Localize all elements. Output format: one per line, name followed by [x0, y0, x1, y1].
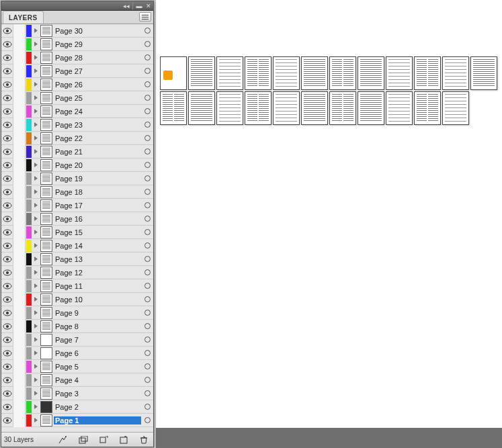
- eye-icon[interactable]: [1, 199, 13, 212]
- layer-name[interactable]: Page 12: [54, 269, 141, 277]
- target-icon[interactable]: [141, 293, 153, 306]
- layer-thumbnail[interactable]: [40, 92, 52, 104]
- canvas-area[interactable]: [156, 0, 502, 428]
- layer-row[interactable]: Page 4: [1, 373, 153, 387]
- lock-cell[interactable]: [13, 347, 26, 360]
- lock-cell[interactable]: [13, 118, 26, 132]
- delete-layer-icon[interactable]: [137, 435, 151, 445]
- disclosure-triangle-icon[interactable]: [32, 373, 39, 387]
- eye-icon[interactable]: [1, 145, 13, 159]
- eye-icon[interactable]: [1, 333, 13, 347]
- layer-thumbnail[interactable]: [40, 186, 52, 198]
- layer-name[interactable]: Page 9: [54, 309, 141, 317]
- eye-icon[interactable]: [1, 212, 13, 226]
- eye-icon[interactable]: [1, 24, 13, 38]
- locate-object-icon[interactable]: [56, 435, 70, 445]
- eye-icon[interactable]: [1, 38, 13, 51]
- layer-name[interactable]: Page 20: [54, 161, 141, 169]
- disclosure-triangle-icon[interactable]: [32, 212, 39, 226]
- layer-name[interactable]: Page 10: [54, 296, 141, 304]
- layer-thumbnail[interactable]: [40, 401, 52, 413]
- layer-row[interactable]: Page 20: [1, 159, 153, 172]
- layer-row[interactable]: Page 29: [1, 38, 153, 51]
- layer-row[interactable]: Page 28: [1, 51, 153, 64]
- target-icon[interactable]: [141, 266, 153, 279]
- disclosure-triangle-icon[interactable]: [32, 400, 39, 414]
- target-icon[interactable]: [141, 306, 153, 320]
- target-icon[interactable]: [141, 105, 153, 118]
- target-icon[interactable]: [141, 118, 153, 132]
- lock-cell[interactable]: [13, 159, 26, 172]
- disclosure-triangle-icon[interactable]: [32, 306, 39, 320]
- eye-icon[interactable]: [1, 172, 13, 185]
- lock-cell[interactable]: [13, 64, 26, 78]
- layer-row[interactable]: Page 1: [1, 414, 153, 427]
- target-icon[interactable]: [141, 212, 153, 226]
- disclosure-triangle-icon[interactable]: [32, 347, 39, 360]
- eye-icon[interactable]: [1, 185, 13, 199]
- target-icon[interactable]: [141, 239, 153, 253]
- disclosure-triangle-icon[interactable]: [32, 199, 39, 212]
- disclosure-triangle-icon[interactable]: [32, 293, 39, 306]
- layer-name[interactable]: Page 6: [54, 349, 141, 357]
- layer-thumbnail[interactable]: [40, 334, 52, 346]
- eye-icon[interactable]: [1, 266, 13, 279]
- lock-cell[interactable]: [13, 239, 26, 253]
- layer-row[interactable]: Page 21: [1, 145, 153, 159]
- layer-name[interactable]: Page 29: [54, 40, 141, 48]
- disclosure-triangle-icon[interactable]: [32, 159, 39, 172]
- layer-thumbnail[interactable]: [40, 414, 52, 427]
- disclosure-triangle-icon[interactable]: [32, 239, 39, 253]
- artboard-thumb[interactable]: [386, 56, 413, 90]
- eye-icon[interactable]: [1, 132, 13, 145]
- layer-name[interactable]: Page 26: [54, 81, 141, 89]
- artboard-thumb[interactable]: [358, 56, 384, 90]
- lock-cell[interactable]: [13, 320, 26, 333]
- panel-menu-button[interactable]: [139, 12, 151, 21]
- eye-icon[interactable]: [1, 360, 13, 373]
- layer-name[interactable]: Page 14: [54, 242, 141, 250]
- layer-row[interactable]: Page 3: [1, 387, 153, 400]
- layer-name[interactable]: Page 21: [54, 148, 141, 156]
- eye-icon[interactable]: [1, 226, 13, 239]
- artboard-thumb[interactable]: [358, 91, 384, 125]
- layer-thumbnail[interactable]: [40, 159, 52, 171]
- lock-cell[interactable]: [13, 91, 26, 105]
- disclosure-triangle-icon[interactable]: [32, 51, 39, 64]
- layer-row[interactable]: Page 10: [1, 293, 153, 306]
- lock-cell[interactable]: [13, 185, 26, 199]
- layer-name[interactable]: Page 16: [54, 215, 141, 223]
- target-icon[interactable]: [141, 414, 153, 427]
- layer-name[interactable]: Page 19: [54, 175, 141, 183]
- target-icon[interactable]: [141, 320, 153, 333]
- layer-thumbnail[interactable]: [40, 119, 52, 131]
- artboard-thumb[interactable]: [245, 56, 271, 90]
- eye-icon[interactable]: [1, 253, 13, 266]
- artboard-thumb[interactable]: [273, 56, 300, 90]
- layer-name[interactable]: Page 13: [54, 255, 141, 263]
- disclosure-triangle-icon[interactable]: [32, 78, 39, 91]
- eye-icon[interactable]: [1, 105, 13, 118]
- lock-cell[interactable]: [13, 132, 26, 145]
- eye-icon[interactable]: [1, 347, 13, 360]
- eye-icon[interactable]: [1, 78, 13, 91]
- layer-name[interactable]: Page 5: [54, 363, 141, 371]
- target-icon[interactable]: [141, 279, 153, 293]
- disclosure-triangle-icon[interactable]: [32, 279, 39, 293]
- disclosure-triangle-icon[interactable]: [32, 105, 39, 118]
- layer-thumbnail[interactable]: [40, 226, 52, 238]
- layer-name[interactable]: Page 30: [54, 27, 141, 35]
- artboard-thumb[interactable]: [216, 91, 243, 125]
- layer-name[interactable]: Page 8: [54, 322, 141, 330]
- layer-row[interactable]: Page 13: [1, 253, 153, 266]
- lock-cell[interactable]: [13, 38, 26, 51]
- target-icon[interactable]: [141, 185, 153, 199]
- layer-name[interactable]: Page 22: [54, 134, 141, 142]
- layer-thumbnail[interactable]: [40, 213, 52, 225]
- lock-cell[interactable]: [13, 400, 26, 414]
- lock-cell[interactable]: [13, 387, 26, 400]
- lock-cell[interactable]: [13, 199, 26, 212]
- layer-row[interactable]: Page 26: [1, 78, 153, 91]
- target-icon[interactable]: [141, 145, 153, 159]
- target-icon[interactable]: [141, 199, 153, 212]
